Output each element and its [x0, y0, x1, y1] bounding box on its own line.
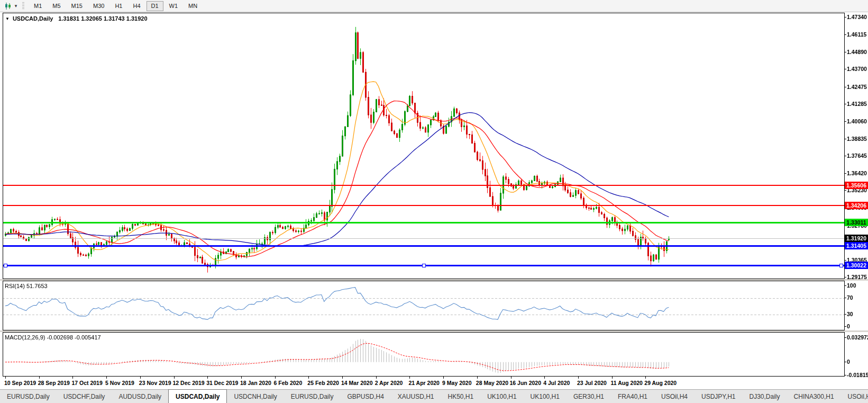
date-tick	[275, 377, 276, 379]
price-tag-1.35606: 1.35606	[845, 182, 868, 189]
tab-ger30-h1-11[interactable]: GER30,H1	[567, 390, 611, 403]
chart-header: ▼USDCAD,Daily1.31831 1.32065 1.31743 1.3…	[5, 15, 148, 22]
date-label: 12 Dec 2019	[173, 380, 205, 386]
date-label: 23 Nov 2019	[139, 380, 171, 386]
date-label: 10 Sep 2019	[4, 380, 36, 386]
date-axis[interactable]: 10 Sep 201928 Sep 201917 Oct 20195 Nov 2…	[0, 377, 868, 389]
timeframe-w1[interactable]: W1	[165, 1, 183, 11]
date-tick	[5, 377, 6, 379]
price-tick: 1.40060	[847, 118, 867, 124]
price-tag-1.33011: 1.33011	[845, 219, 868, 226]
date-label: 11 Aug 2020	[611, 380, 643, 386]
rsi-label: RSI(14) 51.7653	[5, 283, 48, 289]
rsi-tick: 0	[847, 323, 850, 329]
timeframe-mn[interactable]: MN	[184, 1, 202, 11]
date-tick	[511, 377, 511, 379]
price-tick: 1.43700	[847, 66, 867, 72]
timeframe-h4[interactable]: H4	[128, 1, 145, 11]
chart-type-icon[interactable]	[3, 2, 13, 10]
rsi-tick: 70	[847, 294, 853, 301]
tab-usdchf-daily-1[interactable]: USDCHF,Daily	[57, 390, 112, 403]
tab-uk100-h1-9[interactable]: UK100,H1	[480, 390, 523, 403]
macd-label: MACD(12,26,9) -0.002698 -0.005417	[5, 334, 101, 341]
tab-usdcad-daily-3[interactable]: USDCAD,Daily	[168, 389, 227, 403]
price-tag-current: 1.31920	[845, 235, 868, 242]
date-tick	[241, 377, 242, 379]
chart-ohlc: 1.31831 1.32065 1.31743 1.31920	[58, 15, 147, 22]
date-label: 9 May 2020	[442, 380, 471, 386]
timeframe-m30[interactable]: M30	[88, 1, 109, 11]
toolbar: ▾ M1M5M15M30H1H4D1W1MN	[0, 0, 868, 12]
timeframe-m1[interactable]: M1	[29, 1, 47, 11]
timeframe-d1[interactable]: D1	[147, 1, 163, 11]
date-tick	[544, 377, 545, 379]
date-tick	[106, 377, 107, 379]
panel-separator[interactable]	[0, 279, 868, 281]
date-tick	[72, 377, 73, 379]
tab-hk50-h1-8[interactable]: HK50,H1	[441, 390, 481, 403]
rsi-tick: 30	[847, 311, 853, 317]
date-tick	[308, 377, 309, 379]
tab-eurusd-daily-5[interactable]: EURUSD,Daily	[284, 390, 341, 403]
date-label: 18 Jan 2020	[240, 380, 271, 386]
tab-usdcnh-daily-4[interactable]: USDCNH,Daily	[227, 390, 284, 403]
date-label: 25 Feb 2020	[307, 380, 339, 386]
macd-tick: -0.018154	[847, 372, 868, 378]
caret-down-icon[interactable]: ▾	[13, 3, 19, 8]
date-tick	[443, 377, 444, 379]
tab-fra40-h1-12[interactable]: FRA40,H1	[611, 390, 654, 403]
date-label: 6 Feb 2020	[274, 380, 303, 386]
chart-title: USDCAD,Daily	[13, 15, 53, 22]
price-tick: 1.46115	[847, 31, 866, 38]
timeframe-h1[interactable]: H1	[110, 1, 127, 11]
date-tick	[207, 377, 208, 379]
price-axis[interactable]: 1.473401.461151.448901.437001.424751.412…	[845, 12, 868, 377]
date-label: 17 Oct 2019	[71, 380, 102, 386]
price-tick: 1.44890	[847, 49, 867, 55]
price-tick: 1.41285	[847, 101, 867, 107]
date-tick	[645, 377, 646, 379]
price-tick: 1.29175	[847, 274, 867, 280]
price-tag-1.30022: 1.30022	[845, 262, 868, 269]
timeframe-buttons: M1M5M15M30H1H4D1W1MN	[29, 1, 203, 11]
date-tick	[39, 377, 40, 379]
date-label: 5 Nov 2019	[105, 380, 134, 386]
price-tick: 1.36420	[847, 170, 867, 176]
tab-uk100-h1-10[interactable]: UK100,H1	[524, 390, 567, 403]
timeframe-m5[interactable]: M5	[48, 1, 65, 11]
tab-eurusd-daily-0[interactable]: EURUSD,Daily	[0, 390, 57, 403]
date-label: 31 Dec 2019	[206, 380, 238, 386]
rsi-tick: 100	[847, 282, 856, 289]
date-label: 28 Sep 2019	[38, 380, 70, 386]
tab-bar: EURUSD,DailyUSDCHF,DailyAUDUSD,DailyUSDC…	[0, 389, 868, 403]
price-tick: 1.47340	[847, 14, 867, 20]
date-tick	[342, 377, 343, 379]
mt4-window: ▾ M1M5M15M30H1H4D1W1MN ▼USDCAD,Daily1.31…	[0, 0, 868, 403]
date-label: 14 Mar 2020	[341, 380, 373, 386]
panel-separator[interactable]	[0, 330, 868, 332]
tab-dj30-daily-15[interactable]: DJ30,Daily	[743, 390, 787, 403]
macd-tick: 0	[847, 359, 850, 365]
date-tick	[140, 377, 141, 379]
macd-tick: 0.032972	[847, 334, 868, 341]
chart-canvas[interactable]	[0, 0, 868, 403]
tab-china300-h1-16[interactable]: CHINA300,H1	[787, 390, 841, 403]
tab-usoil-h4-13[interactable]: USOil,H4	[654, 390, 695, 403]
price-tag-1.34206: 1.34206	[845, 202, 868, 209]
tab-usoil-h1-17[interactable]: USOil,H1	[841, 390, 868, 403]
date-label: 21 Apr 2020	[408, 380, 440, 386]
date-label: 4 Jul 2020	[543, 380, 570, 386]
chart-menu-icon[interactable]: ▼	[5, 16, 10, 21]
date-tick	[409, 377, 410, 379]
price-tick: 1.37645	[847, 153, 867, 159]
tab-audusd-daily-2[interactable]: AUDUSD,Daily	[112, 390, 168, 403]
tab-usdjpy-h1-14[interactable]: USDJPY,H1	[695, 390, 742, 403]
price-tick: 1.42475	[847, 84, 867, 90]
date-label: 2 Apr 2020	[375, 380, 403, 386]
tab-gbpusd-h4-6[interactable]: GBPUSD,H4	[340, 390, 390, 403]
date-tick	[376, 377, 377, 379]
tab-xauusd-h1-7[interactable]: XAUUSD,H1	[391, 390, 441, 403]
date-tick	[174, 377, 175, 379]
price-tick: 1.38835	[847, 136, 867, 142]
timeframe-m15[interactable]: M15	[67, 1, 87, 11]
